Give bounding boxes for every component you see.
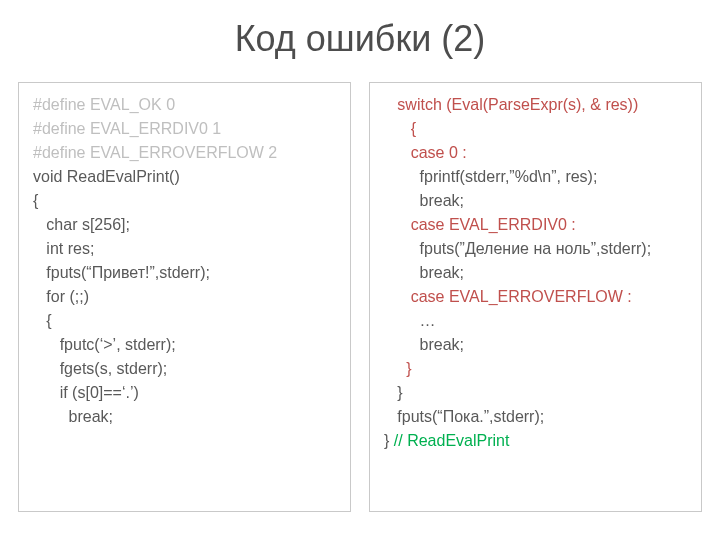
- page-title: Код ошибки (2): [18, 18, 702, 60]
- code-line: {: [33, 189, 338, 213]
- code-line: fputs(”Деление на ноль”,stderr);: [384, 237, 689, 261]
- code-line: fputs(“Привет!”,stderr);: [33, 261, 338, 285]
- slide: Код ошибки (2) #define EVAL_OK 0 #define…: [0, 0, 720, 540]
- code-line: switch (Eval(ParseExpr(s), & res)): [384, 93, 689, 117]
- code-line: break;: [384, 261, 689, 285]
- code-line: break;: [384, 189, 689, 213]
- code-line: fprintf(stderr,”%d\n”, res);: [384, 165, 689, 189]
- code-line: fputs(“Пока.”,stderr);: [384, 405, 689, 429]
- code-line: int res;: [33, 237, 338, 261]
- right-code-pane: switch (Eval(ParseExpr(s), & res)) { cas…: [369, 82, 702, 512]
- code-line: }: [384, 357, 689, 381]
- code-line: …: [384, 309, 689, 333]
- left-code-pane: #define EVAL_OK 0 #define EVAL_ERRDIV0 1…: [18, 82, 351, 512]
- code-line: fputc(‘>’, stderr);: [33, 333, 338, 357]
- code-line: {: [33, 309, 338, 333]
- code-line: void ReadEvalPrint(): [33, 165, 338, 189]
- code-text: }: [384, 432, 394, 449]
- code-line: case EVAL_ERRDIV0 :: [384, 213, 689, 237]
- code-line: break;: [384, 333, 689, 357]
- code-line: break;: [33, 405, 338, 429]
- code-line: for (;;): [33, 285, 338, 309]
- code-line: case 0 :: [384, 141, 689, 165]
- code-line: } // ReadEvalPrint: [384, 429, 689, 453]
- code-line: {: [384, 117, 689, 141]
- columns: #define EVAL_OK 0 #define EVAL_ERRDIV0 1…: [18, 82, 702, 512]
- code-line: #define EVAL_OK 0: [33, 93, 338, 117]
- code-line: fgets(s, stderr);: [33, 357, 338, 381]
- code-line: char s[256];: [33, 213, 338, 237]
- code-line: }: [384, 381, 689, 405]
- code-line: #define EVAL_ERRDIV0 1: [33, 117, 338, 141]
- code-line: case EVAL_ERROVERFLOW :: [384, 285, 689, 309]
- code-line: if (s[0]==‘.’): [33, 381, 338, 405]
- code-comment: // ReadEvalPrint: [394, 432, 510, 449]
- code-line: #define EVAL_ERROVERFLOW 2: [33, 141, 338, 165]
